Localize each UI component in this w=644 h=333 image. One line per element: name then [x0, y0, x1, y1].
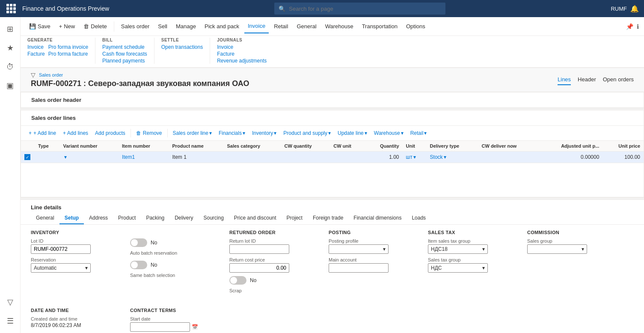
tab-foreign-trade[interactable]: Foreign trade — [308, 212, 348, 224]
proforma-invoice-link[interactable]: Pro forma invoice — [48, 44, 88, 50]
tab-sourcing[interactable]: Sourcing — [198, 212, 229, 224]
add-products-button[interactable]: Add products — [92, 128, 128, 138]
scrap-toggle[interactable] — [229, 276, 246, 285]
facture-link[interactable]: Facture — [27, 51, 45, 57]
main-account-input[interactable] — [329, 263, 389, 273]
tab-loads[interactable]: Loads — [407, 212, 431, 224]
tab-address[interactable]: Address — [84, 212, 113, 224]
journal-invoice-link[interactable]: Invoice — [217, 44, 233, 50]
return-cost-price-input[interactable] — [229, 263, 289, 273]
sidebar-item-menu[interactable]: ☰ — [2, 312, 19, 330]
chevron-down-icon-2: ▾ — [243, 130, 245, 136]
add-line-button[interactable]: + + Add line — [26, 128, 59, 138]
warehouse-menu[interactable]: Warehouse — [322, 20, 357, 33]
save-button[interactable]: 💾 Save — [26, 20, 54, 33]
sales-order-menu[interactable]: Sales order — [118, 20, 153, 33]
proforma-facture-link[interactable]: Pro forma facture — [48, 51, 88, 57]
command-bar-right: 📌 ℹ — [626, 23, 639, 30]
start-date-input[interactable] — [130, 322, 190, 332]
reservation-select[interactable]: Automatic ▾ — [31, 263, 91, 273]
payment-schedule-link[interactable]: Payment schedule — [102, 44, 145, 50]
reservation-chevron: ▾ — [85, 265, 88, 271]
pick-and-pack-menu[interactable]: Pick and pack — [201, 20, 243, 33]
options-menu[interactable]: Options — [403, 20, 429, 33]
sidebar-item-home[interactable]: ⊞ — [2, 21, 19, 38]
lot-id-label: Lot ID — [31, 238, 116, 244]
calendar-icon[interactable]: 📅 — [192, 324, 198, 330]
delete-button[interactable]: 🗑 Delete — [80, 20, 110, 33]
retail-dropdown[interactable]: Retail ▾ — [408, 128, 430, 138]
global-search[interactable]: 🔍 — [274, 3, 445, 15]
tab-general[interactable]: General — [31, 212, 59, 224]
financials-dropdown[interactable]: Financials ▾ — [216, 128, 248, 138]
add-line-icon: + — [29, 130, 32, 136]
breadcrumb[interactable]: Sales order — [39, 72, 63, 77]
sell-menu[interactable]: Sell — [154, 20, 171, 33]
tab-financial-dimensions[interactable]: Financial dimensions — [348, 212, 407, 224]
filter-icon[interactable]: ▽ — [31, 71, 36, 78]
general-menu[interactable]: General — [293, 20, 320, 33]
manage-menu[interactable]: Manage — [172, 20, 199, 33]
revenue-adjustments-link[interactable]: Revenue adjustments — [217, 58, 267, 64]
sales-tax-group-select[interactable]: НДС ▾ — [428, 263, 488, 273]
tab-price-discount[interactable]: Price and discount — [229, 212, 282, 224]
return-lot-id-input[interactable] — [229, 244, 289, 254]
posting-profile-select[interactable]: ▾ — [329, 244, 389, 254]
update-line-dropdown[interactable]: Update line ▾ — [335, 128, 370, 138]
same-batch-toggle[interactable] — [130, 261, 147, 269]
transportation-menu[interactable]: Transportation — [359, 20, 401, 33]
col-quantity: Quantity — [365, 141, 403, 152]
planned-payments-link[interactable]: Planned payments — [102, 58, 145, 64]
toolbar-sep-2 — [167, 129, 168, 137]
waffle-menu[interactable] — [5, 3, 17, 15]
add-lines-button[interactable]: + Add lines — [60, 128, 91, 138]
sidebar-item-recent[interactable]: ⏱ — [2, 58, 19, 75]
posting-group: POSTING Posting profile ▾ Main account — [329, 230, 414, 294]
tab-header[interactable]: Header — [578, 74, 596, 85]
search-input[interactable] — [289, 6, 441, 12]
info-icon[interactable]: ℹ — [637, 23, 639, 30]
delivery-type-dropdown[interactable]: Stock ▾ — [430, 154, 475, 160]
side-nav: ⊞ ★ ⏱ ▣ ▽ ☰ — [0, 17, 21, 333]
tab-packing[interactable]: Packing — [141, 212, 169, 224]
lot-id-input[interactable] — [31, 244, 91, 254]
row-checkbox[interactable]: ✓ — [21, 152, 35, 163]
product-supply-dropdown[interactable]: Product and supply ▾ — [281, 128, 333, 138]
inventory-dropdown[interactable]: Inventory ▾ — [249, 128, 279, 138]
main-layout: ⊞ ★ ⏱ ▣ ▽ ☰ 💾 Save + New 🗑 Delete Sales … — [0, 17, 644, 333]
col-cw-unit: CW unit — [330, 141, 365, 152]
warehouse-dropdown[interactable]: Warehouse ▾ — [371, 128, 406, 138]
sales-group-select[interactable]: ▾ — [527, 244, 587, 254]
table-row[interactable]: ✓ ▾ Item1 Item 1 — [21, 152, 644, 163]
open-transactions-link[interactable]: Open transactions — [161, 44, 203, 50]
sales-order-header-title: Sales order header — [21, 92, 644, 108]
tab-delivery[interactable]: Delivery — [169, 212, 198, 224]
tab-lines[interactable]: Lines — [558, 74, 571, 85]
sidebar-item-workspaces[interactable]: ▣ — [2, 77, 19, 94]
invoice-link[interactable]: Invoice — [27, 44, 44, 50]
ribbon-invoice-item: Invoice Facture — [27, 44, 45, 57]
tab-setup[interactable]: Setup — [59, 212, 84, 224]
item-sales-tax-select[interactable]: НДС18 ▾ — [428, 244, 488, 254]
sidebar-item-filter[interactable]: ▽ — [2, 294, 19, 311]
auto-batch-toggle[interactable] — [130, 238, 147, 247]
save-icon: 💾 — [29, 23, 36, 30]
journal-facture-link[interactable]: Facture — [217, 51, 234, 57]
variant-dropdown[interactable]: ▾ — [63, 154, 116, 160]
notifications-icon[interactable]: 🔔 — [630, 5, 639, 13]
sales-order-line-dropdown[interactable]: Sales order line ▾ — [170, 128, 214, 138]
pin-icon[interactable]: 📌 — [626, 23, 633, 30]
retail-menu[interactable]: Retail — [270, 20, 291, 33]
ribbon-bill-group: BILL Payment schedule Cash flow forecast… — [102, 38, 154, 64]
remove-button[interactable]: 🗑 Remove — [134, 128, 165, 138]
tab-project[interactable]: Project — [282, 212, 308, 224]
new-button[interactable]: + New — [56, 20, 79, 33]
tab-open-orders[interactable]: Open orders — [603, 74, 634, 85]
tab-product[interactable]: Product — [113, 212, 141, 224]
row-item-number[interactable]: Item1 — [119, 152, 169, 163]
sales-order-lines-title: Sales order lines — [21, 110, 644, 126]
unit-dropdown[interactable]: шт ▾ — [406, 154, 423, 160]
sidebar-item-favorites[interactable]: ★ — [2, 39, 19, 56]
invoice-menu[interactable]: Invoice — [244, 20, 269, 33]
cash-flow-link[interactable]: Cash flow forecasts — [102, 51, 147, 57]
